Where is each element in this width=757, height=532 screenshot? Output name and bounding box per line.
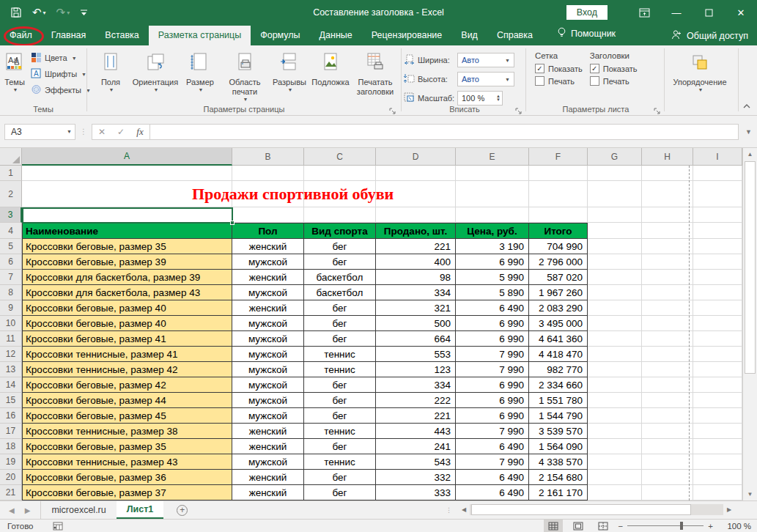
ribbon-tab-7[interactable]: Вид bbox=[451, 26, 487, 45]
ribbon-tab-4[interactable]: Формулы bbox=[251, 26, 309, 45]
cell-F2[interactable] bbox=[529, 181, 588, 207]
page-layout-view-button[interactable] bbox=[569, 520, 588, 532]
cell-F1[interactable] bbox=[529, 166, 588, 181]
cell-B2[interactable] bbox=[232, 181, 304, 207]
tab-assistant[interactable]: Помощник bbox=[542, 23, 625, 45]
margins-button[interactable]: Поля▼ bbox=[90, 48, 131, 106]
cell-I1[interactable] bbox=[693, 166, 742, 181]
cell-B17[interactable]: женский bbox=[232, 424, 304, 439]
cell-D4[interactable]: Продано, шт. bbox=[376, 223, 456, 239]
row-header-2[interactable]: 2 bbox=[0, 181, 22, 207]
sheet-tab-Лист1[interactable]: Лист1 bbox=[117, 501, 163, 519]
ribbon-tab-8[interactable]: Справка bbox=[487, 26, 542, 45]
row-header-5[interactable]: 5 bbox=[0, 239, 22, 254]
cell-C14[interactable]: бег bbox=[304, 377, 376, 393]
cell-F13[interactable]: 982 770 bbox=[529, 362, 588, 377]
cell-E4[interactable]: Цена, руб. bbox=[456, 223, 529, 239]
cell-B4[interactable]: Пол bbox=[232, 223, 304, 239]
ribbon-tab-5[interactable]: Данные bbox=[310, 26, 362, 45]
cell-E13[interactable]: 7 990 bbox=[456, 362, 529, 377]
cell-H3[interactable] bbox=[642, 207, 693, 223]
cell-A12[interactable]: Кроссовки теннисные, размер 41 bbox=[22, 347, 232, 362]
cell-C2[interactable] bbox=[304, 181, 376, 207]
height-select[interactable]: Авто▼ bbox=[457, 72, 514, 86]
scroll-left-icon[interactable]: ◀ bbox=[458, 506, 470, 513]
row-header-15[interactable]: 15 bbox=[0, 393, 22, 408]
row-header-17[interactable]: 17 bbox=[0, 424, 22, 439]
row-header-11[interactable]: 11 bbox=[0, 331, 22, 347]
cell-C13[interactable]: теннис bbox=[304, 362, 376, 377]
cell-E11[interactable]: 6 990 bbox=[456, 331, 529, 347]
expand-formula-bar-icon[interactable]: ▼ bbox=[740, 128, 757, 136]
cell-C21[interactable]: бег bbox=[304, 485, 376, 500]
cell-C8[interactable]: баскетбол bbox=[304, 285, 376, 300]
column-header-D[interactable]: D bbox=[376, 148, 456, 166]
row-header-14[interactable]: 14 bbox=[0, 377, 22, 393]
arrange-button[interactable]: Упорядочение ▼ bbox=[665, 48, 735, 106]
column-header-E[interactable]: E bbox=[456, 148, 529, 166]
cell-D18[interactable]: 241 bbox=[376, 439, 456, 454]
row-header-1[interactable]: 1 bbox=[0, 166, 22, 181]
cell-C18[interactable]: бег bbox=[304, 439, 376, 454]
cell-I15[interactable] bbox=[693, 393, 742, 408]
cell-G19[interactable] bbox=[588, 454, 642, 470]
cell-B13[interactable]: мужской bbox=[232, 362, 304, 377]
cell-F10[interactable]: 3 495 000 bbox=[529, 316, 588, 331]
cell-I17[interactable] bbox=[693, 424, 742, 439]
cell-C16[interactable]: бег bbox=[304, 408, 376, 424]
row-header-18[interactable]: 18 bbox=[0, 439, 22, 454]
new-sheet-button[interactable]: + bbox=[177, 501, 188, 519]
cell-E20[interactable]: 6 490 bbox=[456, 470, 529, 485]
cell-A4[interactable]: Наименование bbox=[22, 223, 232, 239]
checkbox-Печать[interactable]: Печать bbox=[590, 76, 638, 86]
cell-G9[interactable] bbox=[588, 300, 642, 316]
cell-G12[interactable] bbox=[588, 347, 642, 362]
column-header-I[interactable]: I bbox=[693, 148, 742, 166]
cell-H16[interactable] bbox=[642, 408, 693, 424]
cell-F16[interactable]: 1 544 790 bbox=[529, 408, 588, 424]
cell-B6[interactable]: мужской bbox=[232, 254, 304, 270]
select-all-corner[interactable] bbox=[0, 148, 22, 166]
cell-C17[interactable]: теннис bbox=[304, 424, 376, 439]
column-header-C[interactable]: C bbox=[304, 148, 376, 166]
cell-I8[interactable] bbox=[693, 285, 742, 300]
cell-E12[interactable]: 7 990 bbox=[456, 347, 529, 362]
cell-C3[interactable] bbox=[304, 207, 376, 223]
cell-I4[interactable] bbox=[693, 223, 742, 239]
cell-H2[interactable] bbox=[642, 181, 693, 207]
cell-F3[interactable] bbox=[529, 207, 588, 223]
cell-E5[interactable]: 3 190 bbox=[456, 239, 529, 254]
minimize-button[interactable]: — bbox=[660, 0, 693, 25]
cell-D21[interactable]: 333 bbox=[376, 485, 456, 500]
cell-D8[interactable]: 334 bbox=[376, 285, 456, 300]
normal-view-button[interactable] bbox=[544, 520, 563, 532]
cell-F18[interactable]: 1 564 090 bbox=[529, 439, 588, 454]
cell-C9[interactable]: бег bbox=[304, 300, 376, 316]
cell-A1[interactable] bbox=[22, 166, 232, 181]
cell-A20[interactable]: Кроссовки беговые, размер 36 bbox=[22, 470, 232, 485]
cell-I21[interactable] bbox=[693, 485, 742, 500]
cell-I2[interactable] bbox=[693, 181, 742, 207]
cell-A19[interactable]: Кроссовки теннисные, размер 43 bbox=[22, 454, 232, 470]
cell-F20[interactable]: 2 154 680 bbox=[529, 470, 588, 485]
cell-G11[interactable] bbox=[588, 331, 642, 347]
cell-A10[interactable]: Кроссовки беговые, размер 40 bbox=[22, 316, 232, 331]
cell-D6[interactable]: 400 bbox=[376, 254, 456, 270]
cell-D17[interactable]: 443 bbox=[376, 424, 456, 439]
cell-H7[interactable] bbox=[642, 270, 693, 285]
row-header-12[interactable]: 12 bbox=[0, 347, 22, 362]
cell-E7[interactable]: 5 990 bbox=[456, 270, 529, 285]
cell-D2[interactable] bbox=[376, 181, 456, 207]
row-header-4[interactable]: 4 bbox=[0, 223, 22, 239]
cell-H18[interactable] bbox=[642, 439, 693, 454]
cell-E1[interactable] bbox=[456, 166, 529, 181]
formula-input[interactable] bbox=[150, 124, 739, 140]
cell-I14[interactable] bbox=[693, 377, 742, 393]
width-select[interactable]: Авто▼ bbox=[457, 53, 514, 67]
cell-I12[interactable] bbox=[693, 347, 742, 362]
collapse-ribbon-icon[interactable] bbox=[742, 99, 751, 112]
cell-B15[interactable]: мужской bbox=[232, 393, 304, 408]
cell-C15[interactable]: бег bbox=[304, 393, 376, 408]
cell-F5[interactable]: 704 990 bbox=[529, 239, 588, 254]
dialog-launcher-icon[interactable] bbox=[654, 105, 662, 114]
